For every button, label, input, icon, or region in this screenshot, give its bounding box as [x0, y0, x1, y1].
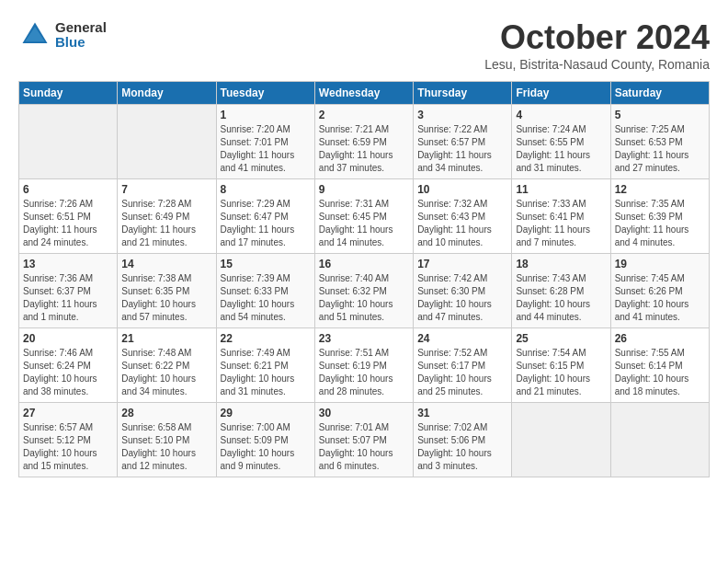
- day-info: Sunrise: 7:33 AM Sunset: 6:41 PM Dayligh…: [516, 198, 606, 249]
- day-info: Sunrise: 7:26 AM Sunset: 6:51 PM Dayligh…: [23, 198, 113, 249]
- day-info: Sunrise: 7:43 AM Sunset: 6:28 PM Dayligh…: [516, 272, 606, 324]
- day-info: Sunrise: 7:24 AM Sunset: 6:55 PM Dayligh…: [516, 123, 606, 175]
- calendar-cell: 8Sunrise: 7:29 AM Sunset: 6:47 PM Daylig…: [216, 179, 314, 254]
- day-number: 11: [516, 183, 606, 196]
- day-info: Sunrise: 7:01 AM Sunset: 5:07 PM Dayligh…: [319, 421, 409, 473]
- day-number: 2: [319, 109, 409, 121]
- day-number: 16: [319, 258, 409, 270]
- day-number: 10: [417, 183, 507, 196]
- calendar-cell: 28Sunrise: 6:58 AM Sunset: 5:10 PM Dayli…: [118, 403, 216, 477]
- calendar-cell: 11Sunrise: 7:33 AM Sunset: 6:41 PM Dayli…: [512, 179, 610, 254]
- calendar-cell: 30Sunrise: 7:01 AM Sunset: 5:07 PM Dayli…: [314, 403, 413, 477]
- calendar-cell: 18Sunrise: 7:43 AM Sunset: 6:28 PM Dayli…: [512, 254, 610, 328]
- day-number: 28: [121, 407, 211, 419]
- day-info: Sunrise: 7:45 AM Sunset: 6:26 PM Dayligh…: [615, 272, 705, 324]
- weekday-header-saturday: Saturday: [610, 82, 709, 105]
- calendar-cell: 10Sunrise: 7:32 AM Sunset: 6:43 PM Dayli…: [414, 179, 512, 254]
- day-number: 17: [417, 258, 507, 270]
- day-number: 19: [615, 258, 705, 270]
- weekday-header-wednesday: Wednesday: [314, 82, 413, 105]
- day-info: Sunrise: 7:42 AM Sunset: 6:30 PM Dayligh…: [417, 272, 507, 324]
- weekday-header-thursday: Thursday: [414, 82, 512, 105]
- month-title: October 2024: [484, 18, 710, 57]
- day-info: Sunrise: 7:20 AM Sunset: 7:01 PM Dayligh…: [221, 123, 311, 175]
- calendar-cell: 31Sunrise: 7:02 AM Sunset: 5:06 PM Dayli…: [414, 403, 512, 477]
- day-number: 20: [23, 332, 113, 345]
- day-info: Sunrise: 7:39 AM Sunset: 6:33 PM Dayligh…: [221, 272, 311, 324]
- day-number: 8: [221, 183, 311, 196]
- calendar-cell: 15Sunrise: 7:39 AM Sunset: 6:33 PM Dayli…: [216, 254, 314, 328]
- calendar-cell: 19Sunrise: 7:45 AM Sunset: 6:26 PM Dayli…: [610, 254, 709, 328]
- day-info: Sunrise: 7:25 AM Sunset: 6:53 PM Dayligh…: [615, 123, 705, 175]
- day-number: 14: [121, 258, 211, 270]
- day-info: Sunrise: 7:36 AM Sunset: 6:37 PM Dayligh…: [23, 272, 113, 324]
- day-number: 7: [121, 183, 211, 196]
- day-number: 13: [23, 258, 113, 270]
- calendar-table: SundayMondayTuesdayWednesdayThursdayFrid…: [18, 81, 710, 477]
- calendar-cell: 12Sunrise: 7:35 AM Sunset: 6:39 PM Dayli…: [610, 179, 709, 254]
- day-info: Sunrise: 7:51 AM Sunset: 6:19 PM Dayligh…: [319, 347, 409, 398]
- day-info: Sunrise: 7:52 AM Sunset: 6:17 PM Dayligh…: [417, 347, 507, 398]
- day-number: 26: [615, 332, 705, 345]
- logo: General Blue: [18, 18, 107, 52]
- calendar-cell: 27Sunrise: 6:57 AM Sunset: 5:12 PM Dayli…: [19, 403, 118, 477]
- calendar-cell: 6Sunrise: 7:26 AM Sunset: 6:51 PM Daylig…: [19, 179, 118, 254]
- day-info: Sunrise: 7:32 AM Sunset: 6:43 PM Dayligh…: [417, 198, 507, 249]
- calendar-cell: 26Sunrise: 7:55 AM Sunset: 6:14 PM Dayli…: [610, 328, 709, 403]
- calendar-cell: [610, 403, 709, 477]
- day-info: Sunrise: 7:48 AM Sunset: 6:22 PM Dayligh…: [121, 347, 211, 398]
- day-number: 3: [417, 109, 507, 121]
- day-info: Sunrise: 7:49 AM Sunset: 6:21 PM Dayligh…: [221, 347, 311, 398]
- day-number: 12: [615, 183, 705, 196]
- calendar-cell: 2Sunrise: 7:21 AM Sunset: 6:59 PM Daylig…: [314, 105, 413, 179]
- day-info: Sunrise: 7:35 AM Sunset: 6:39 PM Dayligh…: [615, 198, 705, 249]
- calendar-cell: 9Sunrise: 7:31 AM Sunset: 6:45 PM Daylig…: [314, 179, 413, 254]
- calendar-cell: 20Sunrise: 7:46 AM Sunset: 6:24 PM Dayli…: [19, 328, 118, 403]
- logo-text-general: General: [55, 20, 107, 36]
- day-number: 4: [516, 109, 606, 121]
- weekday-header-friday: Friday: [512, 82, 610, 105]
- day-number: 6: [23, 183, 113, 196]
- day-number: 24: [417, 332, 507, 345]
- day-number: 9: [319, 183, 409, 196]
- calendar-cell: 4Sunrise: 7:24 AM Sunset: 6:55 PM Daylig…: [512, 105, 610, 179]
- calendar-cell: 22Sunrise: 7:49 AM Sunset: 6:21 PM Dayli…: [216, 328, 314, 403]
- calendar-cell: 1Sunrise: 7:20 AM Sunset: 7:01 PM Daylig…: [216, 105, 314, 179]
- day-number: 30: [319, 407, 409, 419]
- day-info: Sunrise: 7:38 AM Sunset: 6:35 PM Dayligh…: [121, 272, 211, 324]
- location: Lesu, Bistrita-Nasaud County, Romania: [484, 57, 710, 72]
- title-block: October 2024 Lesu, Bistrita-Nasaud Count…: [484, 18, 710, 72]
- day-number: 18: [516, 258, 606, 270]
- day-info: Sunrise: 7:46 AM Sunset: 6:24 PM Dayligh…: [23, 347, 113, 398]
- logo-text-blue: Blue: [55, 35, 107, 51]
- calendar-cell: 24Sunrise: 7:52 AM Sunset: 6:17 PM Dayli…: [414, 328, 512, 403]
- weekday-header-tuesday: Tuesday: [216, 82, 314, 105]
- calendar-cell: 5Sunrise: 7:25 AM Sunset: 6:53 PM Daylig…: [610, 105, 709, 179]
- day-info: Sunrise: 7:54 AM Sunset: 6:15 PM Dayligh…: [516, 347, 606, 398]
- day-info: Sunrise: 6:57 AM Sunset: 5:12 PM Dayligh…: [23, 421, 113, 473]
- calendar-cell: 25Sunrise: 7:54 AM Sunset: 6:15 PM Dayli…: [512, 328, 610, 403]
- day-number: 15: [221, 258, 311, 270]
- day-number: 21: [121, 332, 211, 345]
- day-number: 1: [221, 109, 311, 121]
- day-info: Sunrise: 7:00 AM Sunset: 5:09 PM Dayligh…: [221, 421, 311, 473]
- day-number: 22: [221, 332, 311, 345]
- weekday-header-monday: Monday: [118, 82, 216, 105]
- page-header: General Blue October 2024 Lesu, Bistrita…: [18, 18, 710, 72]
- day-info: Sunrise: 7:22 AM Sunset: 6:57 PM Dayligh…: [417, 123, 507, 175]
- calendar-cell: 3Sunrise: 7:22 AM Sunset: 6:57 PM Daylig…: [414, 105, 512, 179]
- day-info: Sunrise: 7:31 AM Sunset: 6:45 PM Dayligh…: [319, 198, 409, 249]
- calendar-cell: 16Sunrise: 7:40 AM Sunset: 6:32 PM Dayli…: [314, 254, 413, 328]
- calendar-cell: 17Sunrise: 7:42 AM Sunset: 6:30 PM Dayli…: [414, 254, 512, 328]
- day-info: Sunrise: 6:58 AM Sunset: 5:10 PM Dayligh…: [121, 421, 211, 473]
- day-number: 25: [516, 332, 606, 345]
- day-number: 23: [319, 332, 409, 345]
- calendar-cell: [118, 105, 216, 179]
- calendar-cell: 14Sunrise: 7:38 AM Sunset: 6:35 PM Dayli…: [118, 254, 216, 328]
- logo-icon: [18, 18, 51, 52]
- day-number: 29: [221, 407, 311, 419]
- day-info: Sunrise: 7:02 AM Sunset: 5:06 PM Dayligh…: [417, 421, 507, 473]
- day-info: Sunrise: 7:28 AM Sunset: 6:49 PM Dayligh…: [121, 198, 211, 249]
- day-info: Sunrise: 7:21 AM Sunset: 6:59 PM Dayligh…: [319, 123, 409, 175]
- day-info: Sunrise: 7:40 AM Sunset: 6:32 PM Dayligh…: [319, 272, 409, 324]
